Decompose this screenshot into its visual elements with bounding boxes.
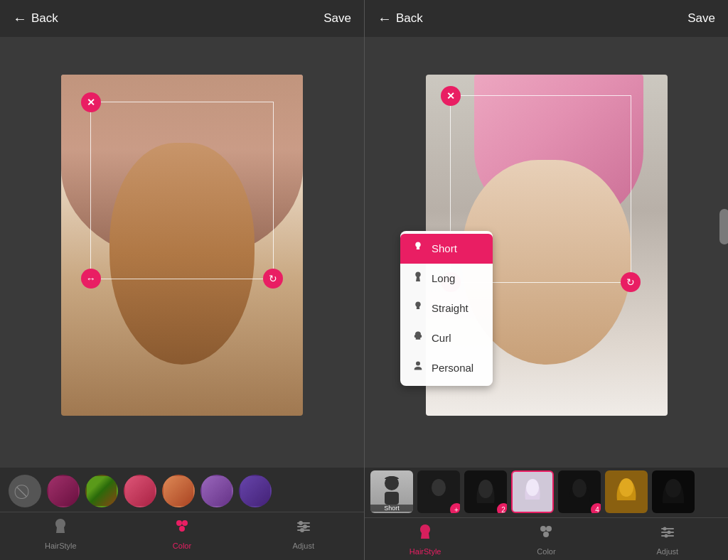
thumb-badge-5: 4 <box>591 503 601 513</box>
color-row-left: ⃠ <box>0 468 364 512</box>
adjust-icon-left <box>295 517 312 539</box>
right-save-button[interactable]: Save <box>687 11 715 26</box>
svg-point-1 <box>182 520 188 526</box>
svg-point-24 <box>663 527 666 530</box>
back-label: Back <box>31 11 58 26</box>
svg-point-20 <box>543 532 549 537</box>
thumb-badge-2: + <box>450 503 460 513</box>
hairstyle-thumb-2[interactable]: + <box>417 470 460 513</box>
hairstyle-thumb-3[interactable]: 2 <box>464 470 507 513</box>
close-button-right[interactable]: ✕ <box>441 86 461 106</box>
hairstyle-row-right: Short + 2 <box>365 468 728 517</box>
back-label-right: Back <box>396 11 423 26</box>
left-header: ← Back Save <box>0 0 364 37</box>
side-scroll-handle-right[interactable] <box>719 209 728 244</box>
hairstyle-thumb-7[interactable] <box>652 470 695 513</box>
long-icon <box>412 271 424 286</box>
left-photo: ✕ ↻ ↔ <box>61 75 303 416</box>
straight-icon <box>412 301 424 316</box>
hairstyle-label-right: HairStyle <box>410 547 441 556</box>
color-icon-right <box>537 523 555 544</box>
svg-point-7 <box>303 524 307 529</box>
short-icon <box>412 241 424 257</box>
svg-rect-11 <box>385 492 399 505</box>
dropdown-item-straight[interactable]: Straight <box>400 294 493 323</box>
color-4-left[interactable] <box>162 475 195 507</box>
svg-point-19 <box>546 526 552 532</box>
left-save-button[interactable]: Save <box>323 11 351 26</box>
right-image-area: ✕ ↻ ↔ Short Long <box>365 37 728 468</box>
svg-point-8 <box>300 528 304 532</box>
svg-point-9 <box>416 361 420 365</box>
hair-shape-6 <box>612 475 641 509</box>
tab-hairstyle-right[interactable]: HairStyle <box>365 518 486 560</box>
tab-adjust-right[interactable]: Adjust <box>607 518 728 560</box>
hairstyle-thumb-1[interactable]: Short <box>370 470 413 513</box>
svg-point-14 <box>526 479 539 496</box>
hairstyle-label-left: HairStyle <box>45 542 77 550</box>
svg-point-15 <box>572 479 587 497</box>
svg-point-13 <box>478 480 493 498</box>
hair-shape-4 <box>518 475 547 509</box>
thumb-badge-3: 2 <box>497 503 507 513</box>
face-left <box>109 143 255 365</box>
personal-label: Personal <box>432 362 473 374</box>
hair-shape-7 <box>659 475 687 509</box>
tab-hairstyle-left[interactable]: HairStyle <box>0 512 122 554</box>
dropdown-item-curl[interactable]: Curl <box>400 323 493 353</box>
hairstyle-thumb-5[interactable]: 4 <box>558 470 601 513</box>
color-icon-left <box>173 517 191 539</box>
adjust-icon-right <box>659 523 676 544</box>
curl-icon <box>412 330 424 346</box>
scale-handle-left[interactable]: ↔ <box>81 269 101 289</box>
dropdown-item-personal[interactable]: Personal <box>400 353 493 383</box>
color-2-left[interactable] <box>85 475 118 507</box>
tab-adjust-left[interactable]: Adjust <box>242 512 364 554</box>
left-panel: ← Back Save ✕ ↻ ↔ ⃠ <box>0 0 364 560</box>
rotate-handle-left[interactable]: ↻ <box>263 269 283 289</box>
right-header: ← Back Save <box>365 0 728 37</box>
hairstyle-thumb-6[interactable] <box>605 470 648 513</box>
color-5-left[interactable] <box>200 475 233 507</box>
right-back-button[interactable]: ← Back <box>378 11 423 27</box>
back-arrow-icon-right: ← <box>378 11 392 27</box>
hairstyle-thumb-4[interactable] <box>511 470 554 513</box>
curl-label: Curl <box>432 332 451 344</box>
svg-point-25 <box>667 530 670 534</box>
svg-point-12 <box>432 479 446 496</box>
left-image-area: ✕ ↻ ↔ <box>0 37 364 468</box>
left-tab-bar: HairStyle Color <box>0 512 364 554</box>
color-1-left[interactable] <box>47 475 80 507</box>
adjust-label-left: Adjust <box>292 542 314 550</box>
color-label-right: Color <box>537 547 555 556</box>
right-bottom-bar: Short + 2 <box>365 468 728 560</box>
dropdown-item-long[interactable]: Long <box>400 264 493 294</box>
color-6-left[interactable] <box>239 475 272 507</box>
svg-point-2 <box>179 526 185 532</box>
dropdown-item-short[interactable]: Short <box>400 234 493 264</box>
tab-color-right[interactable]: Color <box>486 518 606 560</box>
color-none-left[interactable]: ⃠ <box>9 475 41 507</box>
long-label: Long <box>432 272 455 284</box>
hair-shape-2 <box>424 475 453 509</box>
hairstyle-dropdown: Short Long Straight <box>400 231 493 386</box>
hairstyle-icon-right <box>417 523 434 544</box>
svg-point-16 <box>619 478 633 497</box>
svg-point-0 <box>176 520 182 526</box>
back-arrow-icon: ← <box>13 11 27 27</box>
hairstyle-icon-left <box>52 517 69 539</box>
straight-label: Straight <box>432 302 469 314</box>
left-back-button[interactable]: ← Back <box>13 11 58 27</box>
short-label: Short <box>432 242 457 254</box>
svg-point-6 <box>299 521 303 525</box>
color-label-left: Color <box>173 542 191 550</box>
tab-color-left[interactable]: Color <box>122 512 243 554</box>
thumb-label-1: Short <box>370 505 413 512</box>
adjust-label-right: Adjust <box>657 547 679 556</box>
svg-point-26 <box>664 534 668 537</box>
right-panel: ← Back Save ✕ ↻ ↔ <box>364 0 728 560</box>
color-3-left[interactable] <box>124 475 156 507</box>
svg-point-17 <box>665 479 681 497</box>
hair-shape-5 <box>565 475 594 509</box>
right-tab-bar: HairStyle Color <box>365 517 728 560</box>
